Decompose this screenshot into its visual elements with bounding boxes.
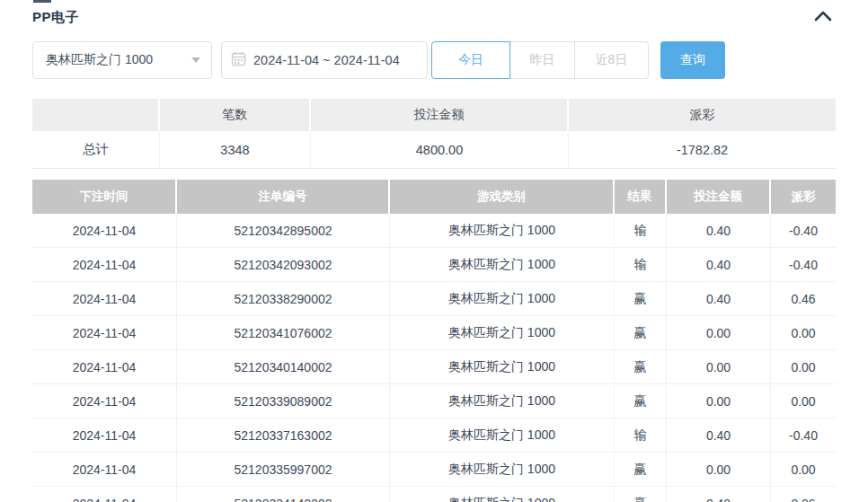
cell-bet-time: 2024-11-04 [32,487,177,502]
summary-header-empty [32,99,160,131]
cell-game-category: 奥林匹斯之门 1000 [390,350,615,383]
table-row: 2024-11-04 52120342093002 奥林匹斯之门 1000 输 … [32,248,836,282]
cell-game-category: 奥林匹斯之门 1000 [390,453,615,486]
cell-bet-number: 52120339089002 [177,384,390,418]
cell-bet-amount: 0.40 [667,248,771,281]
cell-bet-amount: 0.00 [667,384,771,418]
table-row: 2024-11-04 52120339089002 奥林匹斯之门 1000 赢 … [32,384,836,418]
table-row: 2024-11-04 52120338290002 奥林匹斯之门 1000 赢 … [32,282,836,316]
bets-table-body: 2024-11-04 52120342895002 奥林匹斯之门 1000 输 … [32,214,836,502]
bets-table-header: 下注时间 注单编号 游戏类别 结果 投注金额 派彩 [32,180,836,214]
summary-total-payout: -1782.82 [569,131,836,168]
cell-bet-amount: 0.40 [667,418,771,452]
summary-table: 笔数 投注金额 派彩 总计 3348 4800.00 -1782.82 [32,99,836,169]
cell-bet-number: 52120341076002 [177,316,390,349]
cell-bet-amount: 0.40 [667,487,771,502]
cell-payout: -0.40 [771,248,836,281]
cell-bet-time: 2024-11-04 [32,248,177,281]
summary-total-row: 总计 3348 4800.00 -1782.82 [32,131,836,169]
section-title: PP电子 [32,9,79,26]
table-row: 2024-11-04 52120335997002 奥林匹斯之门 1000 赢 … [32,453,836,487]
chevron-up-icon [814,9,832,25]
cell-result: 赢 [615,350,667,383]
cell-bet-amount: 0.00 [667,316,771,349]
cutoff-element-above [33,0,51,3]
cell-bet-time: 2024-11-04 [32,418,177,452]
chevron-down-icon [191,57,200,63]
cell-payout: -0.40 [771,418,836,452]
cell-bet-time: 2024-11-04 [32,384,177,418]
col-header-bet-time: 下注时间 [32,180,177,214]
today-button[interactable]: 今日 [431,41,510,79]
table-row: 2024-11-04 52120340140002 奥林匹斯之门 1000 赢 … [32,350,836,384]
cell-bet-number: 52120337163002 [177,418,390,452]
col-header-payout: 派彩 [771,180,836,214]
cell-game-category: 奥林匹斯之门 1000 [390,487,615,502]
cell-bet-amount: 0.00 [667,453,771,486]
collapse-section-button[interactable] [810,7,836,27]
cell-payout: 0.00 [771,316,836,349]
cell-payout: 0.00 [771,350,836,383]
cell-payout: -0.40 [771,214,836,247]
col-header-result: 结果 [615,180,667,214]
cell-bet-amount: 0.00 [667,350,771,383]
last-8-days-button[interactable]: 近8日 [575,41,649,79]
summary-total-bet-amount: 4800.00 [311,131,569,168]
cell-game-category: 奥林匹斯之门 1000 [390,248,615,281]
summary-header-payout: 派彩 [569,99,836,131]
col-header-game-category: 游戏类别 [390,180,615,214]
section-header: PP电子 [32,6,836,28]
cell-game-category: 奥林匹斯之门 1000 [390,214,615,247]
cell-bet-amount: 0.40 [667,214,771,247]
cell-payout: 0.00 [771,384,836,418]
game-type-select[interactable]: 奥林匹斯之门 1000 [32,41,212,79]
table-row: 2024-11-04 52120337163002 奥林匹斯之门 1000 输 … [32,418,836,453]
summary-total-count: 3348 [160,131,311,168]
cell-bet-number: 52120340140002 [177,350,390,383]
summary-header-row: 笔数 投注金额 派彩 [32,99,836,131]
cell-bet-time: 2024-11-04 [32,316,177,349]
summary-header-count: 笔数 [160,99,311,131]
pp-games-report-panel: PP电子 奥林匹斯之门 1000 2024-11-04 ~ 2024-11-04… [0,0,868,502]
cell-bet-time: 2024-11-04 [32,214,177,247]
summary-header-bet-amount: 投注金额 [311,99,569,131]
game-type-select-value: 奥林匹斯之门 1000 [46,52,186,68]
date-range-value: 2024-11-04 ~ 2024-11-04 [253,53,400,67]
cell-bet-number: 52120338290002 [177,282,390,315]
cell-bet-number: 52120342093002 [177,248,390,281]
bets-table: 下注时间 注单编号 游戏类别 结果 投注金额 派彩 2024-11-04 521… [32,180,836,502]
cell-result: 赢 [615,384,667,418]
cell-game-category: 奥林匹斯之门 1000 [390,282,615,315]
cell-payout: 0.06 [771,487,836,502]
cell-game-category: 奥林匹斯之门 1000 [390,384,615,418]
cell-result: 赢 [615,316,667,349]
cell-bet-number: 52120335997002 [177,453,390,486]
cell-payout: 0.46 [771,282,836,315]
summary-total-label: 总计 [32,131,160,168]
cell-bet-number: 52120334142002 [177,487,390,502]
quick-date-button-group: 今日 昨日 近8日 [431,41,649,79]
cell-result: 输 [615,214,667,247]
cell-result: 输 [615,248,667,281]
cell-bet-time: 2024-11-04 [32,282,177,315]
cell-bet-number: 52120342895002 [177,214,390,247]
query-button[interactable]: 查询 [660,41,725,79]
cell-game-category: 奥林匹斯之门 1000 [390,418,615,452]
cell-result: 赢 [615,487,667,502]
table-row: 2024-11-04 52120342895002 奥林匹斯之门 1000 输 … [32,214,836,248]
cell-result: 输 [615,418,667,452]
date-range-input[interactable]: 2024-11-04 ~ 2024-11-04 [221,41,428,79]
cell-bet-time: 2024-11-04 [32,453,177,486]
calendar-icon [231,51,253,69]
cell-payout: 0.00 [771,453,836,486]
cell-bet-amount: 0.40 [667,282,771,315]
col-header-bet-number: 注单编号 [177,180,390,214]
yesterday-button[interactable]: 昨日 [510,41,575,79]
cell-bet-time: 2024-11-04 [32,350,177,383]
col-header-bet-amount: 投注金额 [667,180,771,214]
cell-result: 赢 [615,282,667,315]
cell-result: 赢 [615,453,667,486]
cell-game-category: 奥林匹斯之门 1000 [390,316,615,349]
filter-controls: 奥林匹斯之门 1000 2024-11-04 ~ 2024-11-04 今日 昨… [32,41,725,79]
table-row: 2024-11-04 52120341076002 奥林匹斯之门 1000 赢 … [32,316,836,350]
